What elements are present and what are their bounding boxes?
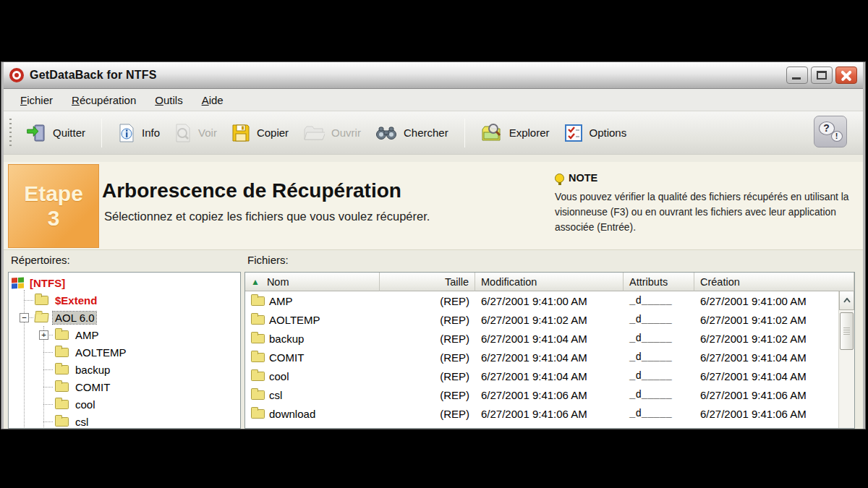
toolbar-separator xyxy=(101,119,102,147)
info-label: Info xyxy=(142,127,160,139)
minimize-button[interactable] xyxy=(786,67,808,84)
folder-icon xyxy=(251,315,265,325)
tree-item-amp[interactable]: + AMP xyxy=(9,326,240,343)
scroll-up-icon xyxy=(843,298,851,303)
file-row-download[interactable]: download (REP) 6/27/2001 9:41:06 AM _d__… xyxy=(245,404,838,423)
step-box: Etape 3 xyxy=(8,164,99,248)
file-row-cool[interactable]: cool (REP) 6/27/2001 9:41:04 AM _d_____ … xyxy=(245,367,838,385)
toolbar-separator-2 xyxy=(464,119,465,147)
tree-item-csl[interactable]: csl xyxy=(9,413,240,429)
binoculars-icon xyxy=(375,124,397,142)
step-banner: Etape 3 Arborescence de Récupération Sél… xyxy=(4,162,863,250)
folder-icon xyxy=(251,334,265,343)
maximize-button[interactable] xyxy=(811,67,833,84)
folder-icon xyxy=(55,348,69,357)
file-list: AMP (REP) 6/27/2001 9:41:00 AM _d_____ 6… xyxy=(245,291,838,428)
voir-button[interactable]: Voir xyxy=(167,119,224,147)
column-header-creation[interactable]: Création xyxy=(694,273,854,291)
toolbar: Quitter Info Voir xyxy=(4,111,863,155)
folder-icon xyxy=(55,365,69,374)
minimize-icon xyxy=(792,77,801,80)
column-header-attributs[interactable]: Attributs xyxy=(624,273,694,291)
copier-button[interactable]: Copier xyxy=(224,119,296,147)
tree-item-aoltemp[interactable]: AOLTEMP xyxy=(9,343,240,361)
scrollbar-thumb[interactable] xyxy=(840,312,854,350)
column-header-nom[interactable]: ▲ Nom xyxy=(245,273,380,291)
voir-label: Voir xyxy=(198,127,217,139)
tree-item-aol60[interactable]: − AOL 6.0 xyxy=(9,309,240,326)
folder-icon xyxy=(251,409,265,419)
files-panel: ▲ Nom Taille Modification Attributs Créa… xyxy=(244,272,855,429)
menu-bar: Fichier Récupération Outils Aide xyxy=(4,89,863,111)
file-row-backup[interactable]: backup (REP) 6/27/2001 9:41:04 AM _d____… xyxy=(245,329,838,348)
file-row-amp[interactable]: AMP (REP) 6/27/2001 9:41:00 AM _d_____ 6… xyxy=(245,291,838,310)
open-folder-icon xyxy=(34,313,48,322)
step-word: Etape xyxy=(24,181,83,207)
chercher-button[interactable]: Chercher xyxy=(368,120,456,146)
vertical-scrollbar[interactable] xyxy=(838,291,854,428)
info-button[interactable]: Info xyxy=(111,119,167,147)
app-window: GetDataBack for NTFS Fichier Récupératio… xyxy=(1,62,865,429)
menu-outils[interactable]: Outils xyxy=(145,91,192,109)
column-header-taille[interactable]: Taille xyxy=(380,273,475,291)
options-button[interactable]: Options xyxy=(557,119,634,147)
menu-recuperation[interactable]: Récupération xyxy=(62,91,145,109)
page-title: Arborescence de Récupération xyxy=(102,179,401,202)
windows-logo-icon xyxy=(12,277,24,288)
toolbar-grip[interactable] xyxy=(9,119,12,147)
app-icon xyxy=(9,68,24,82)
folder-icon xyxy=(55,382,69,392)
window-title: GetDataBack for NTFS xyxy=(30,69,157,82)
tree-item-backup[interactable]: backup xyxy=(9,361,240,378)
maximize-icon xyxy=(817,71,827,80)
folder-icon xyxy=(251,390,265,400)
file-row-csl[interactable]: csl (REP) 6/27/2001 9:41:06 AM _d_____ 6… xyxy=(245,385,838,404)
column-header-modification[interactable]: Modification xyxy=(475,273,624,291)
exit-door-icon xyxy=(26,124,46,142)
tree-item-comit[interactable]: COMIT xyxy=(9,378,240,395)
explorer-button[interactable]: Explorer xyxy=(474,119,557,147)
close-button[interactable] xyxy=(835,67,857,84)
options-checklist-icon xyxy=(564,124,583,142)
table-header: ▲ Nom Taille Modification Attributs Créa… xyxy=(245,273,854,291)
collapse-icon[interactable]: − xyxy=(20,313,29,322)
explorer-label: Explorer xyxy=(509,127,550,139)
expand-icon[interactable]: + xyxy=(39,330,48,340)
floppy-disk-icon xyxy=(231,124,250,142)
menu-fichier[interactable]: Fichier xyxy=(11,91,62,109)
chercher-label: Chercher xyxy=(404,127,448,139)
directory-tree-panel: [NTFS] $Extend − AOL 6.0 + AMP xyxy=(8,272,241,429)
sort-ascending-icon: ▲ xyxy=(251,277,260,287)
file-row-aoltemp[interactable]: AOLTEMP (REP) 6/27/2001 9:41:02 AM _d___… xyxy=(245,310,838,329)
quitter-button[interactable]: Quitter xyxy=(19,119,93,147)
tree-item-cool[interactable]: cool xyxy=(9,395,240,413)
folder-icon xyxy=(55,330,69,340)
help-button[interactable]: ? ! xyxy=(814,116,847,147)
ouvrir-button[interactable]: Ouvrir xyxy=(296,119,368,147)
directories-label: Répertoires: xyxy=(11,254,70,266)
info-document-icon xyxy=(118,124,135,142)
scroll-up-button[interactable] xyxy=(839,291,854,310)
note-label: NOTE xyxy=(569,172,597,184)
quitter-label: Quitter xyxy=(53,127,85,139)
folder-icon xyxy=(251,296,265,306)
tree-item-ntfs-root[interactable]: [NTFS] xyxy=(9,274,240,291)
folder-icon xyxy=(55,400,69,409)
help-exclaim-icon: ! xyxy=(831,131,843,142)
folder-icon xyxy=(35,296,48,305)
copier-label: Copier xyxy=(257,127,289,139)
ouvrir-label: Ouvrir xyxy=(331,127,361,139)
open-folder-icon xyxy=(303,124,325,142)
lightbulb-icon xyxy=(555,174,564,183)
directory-tree: [NTFS] $Extend − AOL 6.0 + AMP xyxy=(9,273,240,428)
folder-icon xyxy=(251,372,265,381)
page-subtitle: Sélectionnez et copiez les fichiers que … xyxy=(104,210,430,223)
file-row-comit[interactable]: COMIT (REP) 6/27/2001 9:41:04 AM _d_____… xyxy=(245,348,838,367)
options-label: Options xyxy=(590,127,627,139)
folder-icon xyxy=(55,417,69,427)
tree-item-extend[interactable]: $Extend xyxy=(9,291,240,309)
view-document-icon xyxy=(174,124,192,142)
menu-aide[interactable]: Aide xyxy=(192,91,233,109)
title-bar: GetDataBack for NTFS xyxy=(4,62,863,89)
files-label: Fichiers: xyxy=(247,254,289,266)
